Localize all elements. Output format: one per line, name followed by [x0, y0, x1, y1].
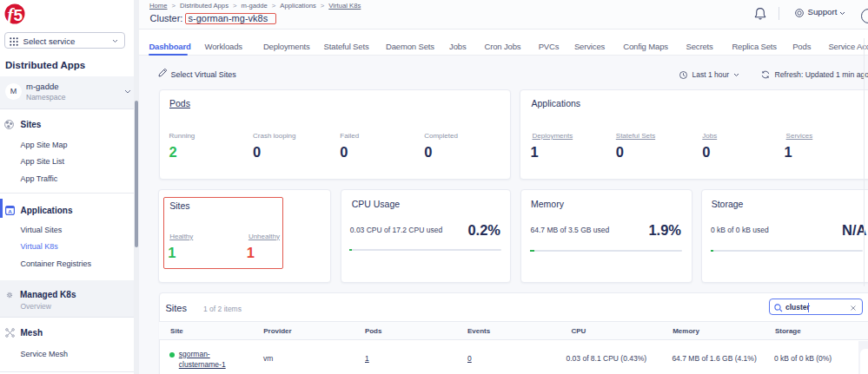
- svg-text:5: 5: [13, 6, 23, 24]
- svg-text:A: A: [8, 207, 12, 213]
